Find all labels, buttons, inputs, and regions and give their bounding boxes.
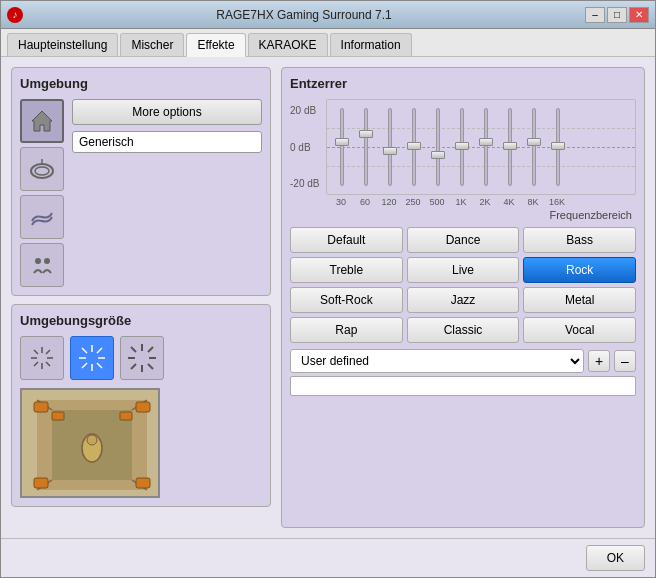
- umgebungsgroesse-panel: Umgebungsgröße: [11, 304, 271, 507]
- eq-btn-bass[interactable]: Bass: [523, 227, 636, 253]
- eq-thumb-60[interactable]: [359, 130, 373, 138]
- freq-label-120: 120: [378, 197, 400, 207]
- freq-label-60: 60: [354, 197, 376, 207]
- svg-line-13: [34, 362, 38, 366]
- eq-btn-treble[interactable]: Treble: [290, 257, 403, 283]
- footer: OK: [1, 538, 655, 577]
- svg-line-26: [131, 347, 136, 352]
- svg-line-27: [148, 364, 153, 369]
- eq-btn-softrock[interactable]: Soft-Rock: [290, 287, 403, 313]
- svg-line-18: [82, 348, 87, 353]
- eq-y-labels: 20 dB 0 dB -20 dB: [290, 99, 322, 195]
- eq-slider-8k: [523, 102, 545, 192]
- eq-label-20db: 20 dB: [290, 105, 322, 116]
- svg-line-19: [97, 363, 102, 368]
- eq-btn-rap[interactable]: Rap: [290, 317, 403, 343]
- eq-thumb-2k[interactable]: [479, 138, 493, 146]
- tab-information[interactable]: Information: [330, 33, 412, 56]
- minimize-button[interactable]: –: [585, 7, 605, 23]
- eq-add-button[interactable]: +: [588, 350, 610, 372]
- eq-thumb-16k[interactable]: [551, 142, 565, 150]
- eq-thumb-500[interactable]: [431, 151, 445, 159]
- eq-slider-60: [355, 102, 377, 192]
- app-icon: ♪: [7, 7, 23, 23]
- eq-thumb-8k[interactable]: [527, 138, 541, 146]
- eq-user-select[interactable]: User defined: [290, 349, 584, 373]
- eq-btn-metal[interactable]: Metal: [523, 287, 636, 313]
- svg-point-5: [44, 258, 50, 264]
- tab-mischer[interactable]: Mischer: [120, 33, 184, 56]
- eq-chart-area: 20 dB 0 dB -20 dB: [290, 99, 636, 221]
- umgebung-content: More options Generisch Wohnzimmer Badezi…: [20, 99, 262, 287]
- eq-track-1k: [460, 108, 464, 186]
- freq-label-2k: 2K: [474, 197, 496, 207]
- env-icon-stadium[interactable]: [20, 147, 64, 191]
- env-icon-people[interactable]: [20, 243, 64, 287]
- svg-line-28: [148, 347, 153, 352]
- eq-slider-500: [427, 102, 449, 192]
- window-title: RAGE7HX Gaming Surround 7.1: [23, 8, 585, 22]
- env-icon-water[interactable]: [20, 195, 64, 239]
- tab-haupteinstellung[interactable]: Haupteinstellung: [7, 33, 118, 56]
- eq-user-row: User defined + –: [290, 349, 636, 373]
- env-icon-house[interactable]: [20, 99, 64, 143]
- umgebung-title: Umgebung: [20, 76, 262, 91]
- size-large-button[interactable]: [120, 336, 164, 380]
- svg-rect-44: [120, 412, 132, 420]
- main-window: ♪ RAGE7HX Gaming Surround 7.1 – □ ✕ Haup…: [0, 0, 656, 578]
- eq-thumb-4k[interactable]: [503, 142, 517, 150]
- right-panel: Entzerrer 20 dB 0 dB -20 dB: [281, 67, 645, 528]
- eq-track-30: [340, 108, 344, 186]
- size-small-button[interactable]: [20, 336, 64, 380]
- maximize-button[interactable]: □: [607, 7, 627, 23]
- eq-btn-dance[interactable]: Dance: [407, 227, 520, 253]
- freq-label-4k: 4K: [498, 197, 520, 207]
- freq-label-16k: 16K: [546, 197, 568, 207]
- options-column: More options Generisch Wohnzimmer Badezi…: [72, 99, 262, 153]
- eq-btn-live[interactable]: Live: [407, 257, 520, 283]
- tab-karaoke[interactable]: KARAOKE: [248, 33, 328, 56]
- entzerrer-panel: Entzerrer 20 dB 0 dB -20 dB: [281, 67, 645, 528]
- eq-slider-250: [403, 102, 425, 192]
- eq-thumb-250[interactable]: [407, 142, 421, 150]
- eq-track-60: [364, 108, 368, 186]
- room-display: [20, 388, 160, 498]
- eq-name-input[interactable]: [290, 376, 636, 396]
- eq-btn-vocal[interactable]: Vocal: [523, 317, 636, 343]
- environment-dropdown[interactable]: Generisch Wohnzimmer Badezimmer Konzerts…: [72, 131, 262, 153]
- size-medium-button[interactable]: [70, 336, 114, 380]
- ok-button[interactable]: OK: [586, 545, 645, 571]
- eq-btn-default[interactable]: Default: [290, 227, 403, 253]
- eq-del-button[interactable]: –: [614, 350, 636, 372]
- svg-point-4: [35, 258, 41, 264]
- svg-rect-39: [34, 478, 48, 488]
- umgebungsgroesse-content: [20, 336, 262, 380]
- eq-sliders-area: [326, 99, 636, 195]
- svg-marker-0: [32, 111, 52, 131]
- svg-line-11: [46, 362, 50, 366]
- eq-track-8k: [532, 108, 536, 186]
- svg-point-2: [35, 167, 49, 175]
- freq-label-8k: 8K: [522, 197, 544, 207]
- eq-thumb-120[interactable]: [383, 147, 397, 155]
- eq-slider-16k: [547, 102, 569, 192]
- freq-label-250: 250: [402, 197, 424, 207]
- eq-preset-buttons: Default Dance Bass Treble Live Rock Soft…: [290, 227, 636, 343]
- freq-title: Frequenzbereich: [290, 209, 632, 221]
- tab-effekte[interactable]: Effekte: [186, 33, 245, 57]
- svg-line-12: [46, 350, 50, 354]
- close-button[interactable]: ✕: [629, 7, 649, 23]
- left-panel: Umgebung: [11, 67, 271, 528]
- eq-track-4k: [508, 108, 512, 186]
- eq-btn-jazz[interactable]: Jazz: [407, 287, 520, 313]
- umgebungsgroesse-title: Umgebungsgröße: [20, 313, 262, 328]
- eq-thumb-30[interactable]: [335, 138, 349, 146]
- eq-btn-rock[interactable]: Rock: [523, 257, 636, 283]
- eq-slider-120: [379, 102, 401, 192]
- more-options-button[interactable]: More options: [72, 99, 262, 125]
- eq-thumb-1k[interactable]: [455, 142, 469, 150]
- svg-line-21: [82, 363, 87, 368]
- svg-line-10: [34, 350, 38, 354]
- eq-slider-2k: [475, 102, 497, 192]
- eq-btn-classic[interactable]: Classic: [407, 317, 520, 343]
